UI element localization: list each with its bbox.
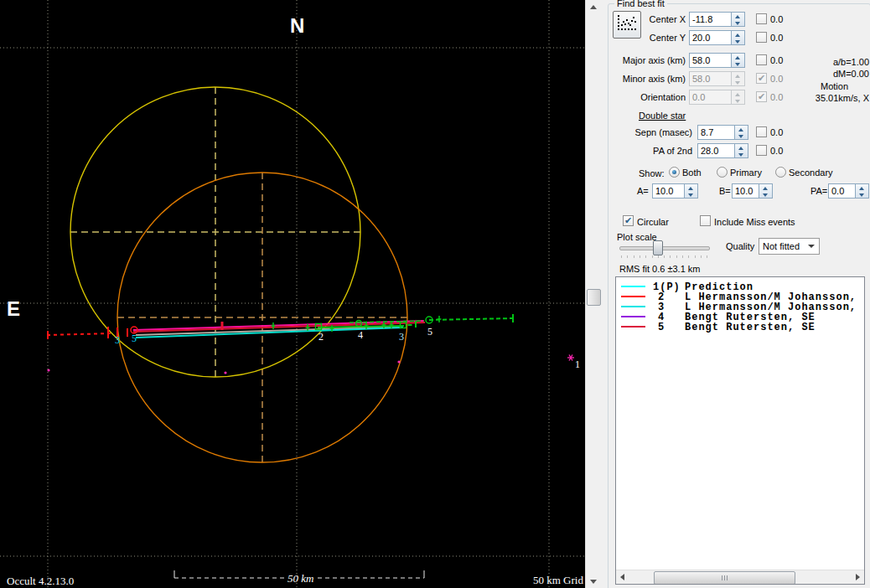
- double-star-input-1[interactable]: 28.0: [697, 143, 735, 158]
- fit-input-1[interactable]: 20.0: [689, 30, 732, 45]
- fit-fix-checkbox-4[interactable]: ✔: [756, 91, 767, 102]
- fit-label-3: Minor axis (km): [578, 74, 686, 84]
- chord-label-5l: 5: [132, 333, 137, 344]
- axis-spinner-0[interactable]: [685, 183, 698, 199]
- fit-input-4[interactable]: 0.0: [689, 90, 732, 105]
- left-arrow-icon: [620, 574, 624, 580]
- observer-color-swatch: [621, 326, 645, 328]
- fit-fix-checkbox-1[interactable]: [756, 32, 767, 43]
- fit-spinner-4[interactable]: [732, 90, 745, 105]
- star-label-1: 1: [575, 358, 580, 370]
- fit-fix-label-0: 0.0: [770, 14, 783, 24]
- double-star-fix-label-0: 0.0: [770, 127, 783, 137]
- scroll-down-button[interactable]: [586, 575, 601, 588]
- double-star-spinner-0[interactable]: [735, 125, 748, 140]
- north-label: N: [290, 14, 304, 37]
- slider-tick: [658, 255, 659, 258]
- motion-value: 35.01km/s, X: [788, 93, 869, 103]
- axis-label-2: PA=: [810, 186, 827, 196]
- slider-tick: [676, 255, 677, 258]
- axis-spinner-2[interactable]: [856, 183, 869, 199]
- observer-row[interactable]: 5Bengt Rutersten, SE: [616, 322, 864, 332]
- groupbox-title: Find best fit: [614, 0, 667, 8]
- chord-label-3r: 3: [399, 331, 404, 343]
- fit-fix-checkbox-2[interactable]: [756, 54, 767, 65]
- chord-plot-canvas[interactable]: NEOccult 4.2.13.050 km Grid50 km2435351: [0, 0, 585, 588]
- show-radio-primary[interactable]: [717, 167, 728, 178]
- stray-dot: [397, 360, 400, 363]
- axis-input-2[interactable]: 0.0: [828, 183, 856, 199]
- axis-input-1[interactable]: 10.0: [732, 183, 759, 199]
- chord-label-4: 4: [358, 329, 363, 341]
- double-star-label-1: PA of 2nd: [587, 146, 692, 156]
- double-star-input-0[interactable]: 8.7: [697, 125, 735, 140]
- fit-fix-label-2: 0.0: [770, 55, 783, 65]
- observer-list[interactable]: 1(P)Prediction2L Hermansson/M Johansson,…: [615, 276, 865, 585]
- slider-tick: [707, 255, 707, 258]
- observer-row[interactable]: 1(P)Prediction: [616, 281, 864, 291]
- fit-input-2[interactable]: 58.0: [689, 53, 732, 68]
- fit-spinner-3[interactable]: [732, 71, 745, 86]
- rms-fit-label: RMS fit 0.6 ±3.1 km: [619, 264, 701, 274]
- axis-spinner-1[interactable]: [759, 183, 773, 199]
- vertical-scroll-thumb[interactable]: [587, 289, 601, 306]
- fit-label-0: Center X: [578, 14, 686, 24]
- double-star-heading: Double star: [639, 111, 686, 121]
- fit-fix-label-3: 0.0: [770, 74, 783, 84]
- plot-vertical-scrollbar[interactable]: [585, 0, 601, 588]
- fit-label-4: Orientation: [578, 92, 686, 102]
- slider-tick: [640, 255, 640, 258]
- observer-row[interactable]: 3L Hermansson/M Johansson,: [616, 302, 864, 312]
- observer-row[interactable]: 4Bengt Rutersten, SE: [616, 312, 864, 322]
- show-radio-label-both: Both: [682, 168, 702, 178]
- plot-scale-slider-track[interactable]: [619, 246, 710, 250]
- observer-row[interactable]: 2L Hermansson/M Johansson,: [616, 291, 864, 302]
- slider-tick: [670, 255, 671, 258]
- chord-label-2: 2: [318, 331, 324, 343]
- plot-scale-label: Plot scale: [617, 232, 657, 242]
- fit-input-3[interactable]: 58.0: [689, 71, 732, 86]
- occult-window: NEOccult 4.2.13.050 km Grid50 km2435351 …: [0, 0, 870, 588]
- fit-spinner-2[interactable]: [732, 53, 745, 68]
- slider-tick: [621, 255, 622, 258]
- east-label: E: [7, 297, 20, 320]
- include-miss-events-label: Include Miss events: [714, 217, 795, 227]
- plot-scale-slider-thumb[interactable]: [653, 240, 663, 255]
- scroll-left-button[interactable]: [616, 570, 629, 584]
- axis-label-1: B=: [719, 186, 731, 196]
- include-miss-events-checkbox[interactable]: [700, 215, 711, 226]
- show-radio-both[interactable]: [669, 167, 680, 178]
- observer-list-horizontal-scrollbar[interactable]: [616, 570, 864, 584]
- chord-label-3l: 3: [115, 334, 120, 346]
- fit-input-0[interactable]: -11.8: [689, 12, 732, 27]
- quality-dropdown[interactable]: Not fitted: [759, 238, 820, 255]
- circular-label: Circular: [637, 217, 669, 227]
- version-label: Occult 4.2.13.0: [7, 575, 74, 587]
- slider-tick: [652, 255, 653, 258]
- double-star-fix-checkbox-0[interactable]: [756, 126, 767, 137]
- horizontal-scroll-thumb[interactable]: [654, 571, 795, 585]
- show-radio-secondary[interactable]: [775, 167, 786, 178]
- scroll-up-button[interactable]: [586, 0, 601, 13]
- axis-input-0[interactable]: 10.0: [652, 183, 685, 199]
- grid-scale-label: 50 km Grid: [533, 574, 583, 586]
- fit-spinner-1[interactable]: [732, 30, 745, 45]
- motion-label: Motion: [821, 81, 848, 91]
- slider-tick: [701, 255, 702, 258]
- chord-plot-svg: NEOccult 4.2.13.050 km Grid50 km2435351: [0, 0, 585, 588]
- scroll-right-button[interactable]: [851, 570, 864, 584]
- fit-fix-checkbox-0[interactable]: [756, 13, 767, 24]
- axis-label-0: A=: [637, 186, 649, 196]
- fit-fix-label-4: 0.0: [770, 92, 783, 102]
- down-arrow-icon: [590, 580, 597, 584]
- right-arrow-icon: [856, 574, 860, 580]
- fit-fix-checkbox-3[interactable]: ✔: [756, 73, 767, 84]
- circular-checkbox[interactable]: ✔: [623, 215, 634, 226]
- fit-label-2: Major axis (km): [578, 55, 686, 65]
- show-label: Show:: [639, 168, 665, 178]
- slider-tick: [682, 255, 683, 258]
- fit-spinner-0[interactable]: [732, 12, 745, 27]
- double-star-fix-checkbox-1[interactable]: [756, 145, 767, 156]
- fit-label-1: Center Y: [578, 33, 686, 43]
- double-star-spinner-1[interactable]: [735, 143, 748, 158]
